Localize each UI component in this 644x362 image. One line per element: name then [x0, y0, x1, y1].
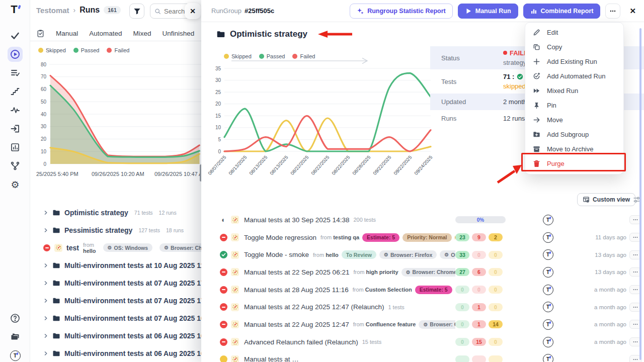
- run-group-row[interactable]: Optimistic strategy71 tests12 runs: [30, 204, 202, 221]
- menu-item-move-to-archive[interactable]: Move to Archive: [525, 142, 623, 156]
- menu-item-mixed-run[interactable]: Mixed Run: [525, 83, 623, 98]
- sidebar-item-account[interactable]: T: [8, 348, 23, 362]
- group-name[interactable]: Multi-environment tests at 07 Aug 2025 1…: [64, 314, 215, 322]
- panel-scrollbar-thumb[interactable]: [639, 28, 641, 360]
- run-timestamp: a month ago: [590, 339, 626, 345]
- svg-text:09/22/2025: 09/22/2025: [372, 154, 392, 176]
- avatar[interactable]: T: [543, 232, 553, 243]
- run-title[interactable]: Manual tests at 28 Aug 2025 11:16: [244, 286, 349, 294]
- group-name[interactable]: Pessimistic strategy: [64, 226, 132, 234]
- avatar[interactable]: T: [543, 302, 553, 312]
- sidebar-item-branches[interactable]: [8, 158, 23, 173]
- group-name[interactable]: Multi-environment tests at 07 Aug 2025 1…: [64, 279, 215, 287]
- chevron-right-icon[interactable]: [43, 351, 48, 356]
- run-title[interactable]: Manual tests at 30 Sep 2025 14:38: [244, 216, 349, 224]
- run-title[interactable]: Toggle Mode - smoke: [244, 251, 309, 258]
- menu-item-add-existing-run[interactable]: Add Existing Run: [525, 54, 623, 69]
- tab-unfinished[interactable]: Unfinished: [163, 30, 195, 37]
- run-group-row[interactable]: Multi-environment tests at 07 Aug 2025 1…: [30, 309, 202, 327]
- run-group-row[interactable]: Multi-environment tests at 07 Aug 2025 1…: [30, 274, 202, 292]
- run-title[interactable]: Manual tests at …: [244, 355, 299, 362]
- avatar[interactable]: T: [543, 215, 553, 225]
- manual-run-button[interactable]: Manual Run: [458, 4, 518, 19]
- filter-button[interactable]: [129, 4, 144, 19]
- close-panel-button[interactable]: ✕: [629, 7, 636, 16]
- run-row[interactable]: Manual tests at 22 Sep 2025 06:21from hi…: [201, 263, 644, 281]
- chevron-right-icon[interactable]: [43, 228, 48, 233]
- sidebar-item-help[interactable]: [8, 311, 23, 326]
- combined-report-button[interactable]: Combined Report: [523, 4, 601, 19]
- tab-automated[interactable]: Automated: [89, 30, 122, 37]
- breadcrumb-project[interactable]: Testomat: [36, 6, 69, 15]
- run-row[interactable]: Toggle Mode regressionfrom testing qaEst…: [201, 229, 644, 246]
- run-group-row[interactable]: Multi-environment tests at 10 Aug 2025 1…: [30, 256, 202, 274]
- sidebar-item-analytics[interactable]: [8, 140, 23, 155]
- run-name[interactable]: test: [66, 244, 79, 252]
- svg-text:20: 20: [41, 136, 47, 142]
- avatar[interactable]: T: [543, 285, 553, 295]
- search-clear-button[interactable]: ✕: [185, 3, 201, 19]
- avatar[interactable]: T: [543, 249, 553, 260]
- group-name[interactable]: Multi-environment tests at 06 Aug 2025 1…: [64, 332, 215, 340]
- group-name[interactable]: Multi-environment tests at 10 Aug 2025 1…: [64, 261, 214, 269]
- avatar[interactable]: T: [543, 337, 553, 347]
- menu-item-pin[interactable]: Pin: [525, 98, 623, 113]
- menu-item-add-subgroup[interactable]: Add Subgroup: [525, 127, 623, 142]
- chevron-right-icon[interactable]: [43, 281, 48, 286]
- run-group-row[interactable]: Multi-environment tests at 07 Aug 2025 1…: [30, 292, 202, 309]
- chevron-right-icon[interactable]: [43, 316, 48, 321]
- run-row[interactable]: Advanced Relaunch failed (Relaunch)15 te…: [201, 333, 644, 351]
- chevron-right-icon[interactable]: [43, 263, 48, 268]
- run-title[interactable]: Advanced Relaunch failed (Relaunch): [244, 338, 358, 346]
- count-pill: 15: [472, 338, 486, 346]
- chevron-right-icon[interactable]: [43, 333, 48, 338]
- run-row[interactable]: Toggle Mode - smokefrom helloTo Review⚙B…: [201, 246, 644, 263]
- menu-item-edit[interactable]: Edit: [525, 25, 623, 40]
- custom-view-button[interactable]: Custom view: [577, 193, 635, 206]
- run-title[interactable]: Manual tests at 22 Aug 2025 12:47 (Relau…: [244, 303, 384, 311]
- count-pill: 1: [472, 320, 486, 328]
- more-options-button[interactable]: [605, 4, 620, 19]
- avatar[interactable]: T: [543, 354, 553, 362]
- avatar[interactable]: T: [543, 319, 553, 330]
- chevron-right-icon[interactable]: [43, 298, 48, 303]
- sidebar-item-projects[interactable]: [8, 329, 23, 344]
- run-group-row[interactable]: Multi-environment tests at 06 Aug 2025 1…: [30, 344, 202, 362]
- tab-manual[interactable]: Manual: [56, 30, 78, 37]
- menu-item-purge[interactable]: Purge: [525, 156, 623, 171]
- sidebar-item-import[interactable]: [8, 121, 23, 136]
- run-row[interactable]: Manual tests at 22 Aug 2025 12:47from Co…: [201, 316, 644, 333]
- tabs-divider: [30, 41, 201, 41]
- group-name[interactable]: Multi-environment tests at 06 Aug 2025 1…: [64, 349, 215, 357]
- forward-icon: [533, 87, 540, 95]
- rungroup-statistic-report-button[interactable]: Rungroup Statistic Report: [350, 4, 453, 19]
- run-row[interactable]: Manual tests at …T: [201, 351, 644, 362]
- menu-item-move[interactable]: Move: [525, 113, 623, 127]
- testomat-logo-icon[interactable]: T: [0, 3, 30, 16]
- chevron-right-icon[interactable]: [43, 210, 48, 215]
- sidebar-item-pulse[interactable]: [8, 103, 23, 118]
- run-row[interactable]: ◐Manual tests at 30 Sep 2025 14:38200 te…: [201, 211, 644, 229]
- run-row[interactable]: testfrom hello⚙OS: Windows⚙Browser: Chro…: [30, 239, 202, 256]
- sidebar-item-plans[interactable]: [8, 65, 23, 80]
- run-row[interactable]: Manual tests at 22 Aug 2025 12:47 (Relau…: [201, 298, 644, 316]
- menu-item-add-automated-run[interactable]: Add Automated Run: [525, 69, 623, 83]
- run-group-row[interactable]: Pessimistic strategy127 tests18 runs: [30, 221, 202, 239]
- menu-item-copy[interactable]: Copy: [525, 40, 623, 54]
- run-title[interactable]: Manual tests at 22 Aug 2025 12:47: [244, 321, 349, 328]
- group-name[interactable]: Multi-environment tests at 07 Aug 2025 1…: [64, 297, 215, 305]
- run-title[interactable]: Manual tests at 22 Sep 2025 06:21: [244, 268, 349, 276]
- tab-mixed[interactable]: Mixed: [133, 30, 151, 37]
- sidebar-item-settings[interactable]: ⚙: [8, 177, 23, 192]
- run-row[interactable]: Manual tests at 28 Aug 2025 11:16from Cu…: [201, 281, 644, 299]
- sidebar-item-tests[interactable]: [8, 28, 23, 43]
- avatar[interactable]: T: [543, 267, 553, 278]
- sidebar-item-runs[interactable]: [8, 47, 23, 62]
- failed-status-icon: [220, 338, 227, 346]
- run-group-row[interactable]: Multi-environment tests at 06 Aug 2025 1…: [30, 327, 202, 344]
- run-title[interactable]: Toggle Mode regression: [244, 234, 316, 241]
- failed-status-icon: [220, 286, 227, 294]
- menu-item-label: Move: [547, 116, 563, 124]
- sidebar-item-milestones[interactable]: [8, 84, 23, 99]
- group-name[interactable]: Optimistic strategy: [64, 209, 128, 217]
